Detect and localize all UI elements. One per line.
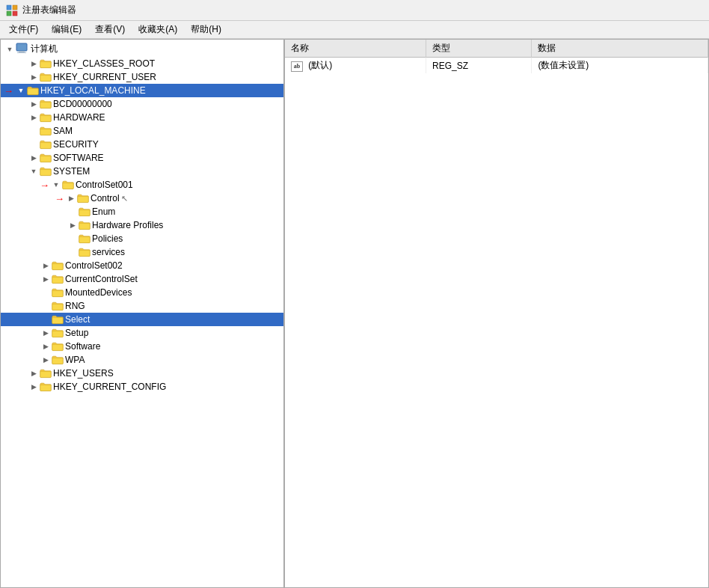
security-label: SECURITY xyxy=(53,139,99,150)
folder-icon-system xyxy=(40,166,52,177)
menu-file[interactable]: 文件(F) xyxy=(3,22,44,37)
tree-row-software-hklm[interactable]: ▶ SOFTWARE xyxy=(1,151,283,165)
toggle-computer[interactable]: ▼ xyxy=(4,43,16,55)
folder-icon-enum xyxy=(79,206,90,217)
menu-favorites[interactable]: 收藏夹(A) xyxy=(132,22,183,37)
tree-node-system: ▼ SYSTEM xyxy=(1,165,283,367)
toggle-currentcontrolset[interactable]: ▶ xyxy=(40,273,52,285)
tree-row-bcd[interactable]: ▶ BCD00000000 xyxy=(1,97,283,111)
tree-row-enum[interactable]: Enum xyxy=(1,205,283,218)
tree-row-controlset001[interactable]: → ▼ ControlSet001 xyxy=(1,178,283,192)
col-type[interactable]: 类型 xyxy=(426,40,532,58)
tree-row-wpa[interactable]: ▶ WPA xyxy=(1,353,283,367)
software2-label: Software xyxy=(65,341,100,352)
toggle-controlset002[interactable]: ▶ xyxy=(40,260,52,272)
tree-row-services[interactable]: services xyxy=(1,245,283,259)
software-hklm-label: SOFTWARE xyxy=(53,153,104,163)
table-header-row: 名称 类型 数据 xyxy=(285,40,708,58)
toggle-hardware[interactable]: ▶ xyxy=(28,111,40,123)
services-label: services xyxy=(92,247,125,257)
tree-row-security[interactable]: ▶ SECURITY xyxy=(1,138,283,151)
controlset002-label: ControlSet002 xyxy=(65,260,123,271)
svg-rect-6 xyxy=(17,52,26,53)
right-pane: 名称 类型 数据 ab (默认) REG_SZ (数值未设置) xyxy=(285,40,708,587)
toggle-controlset001[interactable]: ▼ xyxy=(50,179,62,191)
tree-row-currentcontrolset[interactable]: ▶ CurrentControlSet xyxy=(1,272,283,286)
tree-row-hardwareprofiles[interactable]: ▶ Hardware Profiles xyxy=(1,218,283,232)
hklm-label: HKEY_LOCAL_MACHINE xyxy=(40,85,146,96)
toggle-hkcu[interactable]: ▶ xyxy=(28,71,40,83)
toggle-software-hklm[interactable]: ▶ xyxy=(28,152,40,164)
svg-rect-1 xyxy=(13,5,17,10)
col-data[interactable]: 数据 xyxy=(532,40,708,58)
folder-icon-currentcontrolset xyxy=(52,274,64,284)
toggle-hardwareprofiles[interactable]: ▶ xyxy=(67,219,79,231)
svg-rect-5 xyxy=(19,51,25,52)
tree-row-hardware[interactable]: ▶ HARDWARE xyxy=(1,111,283,124)
toggle-wpa[interactable]: ▶ xyxy=(40,354,52,366)
tree-pane: ▼ 计算机 ▶ xyxy=(1,40,285,587)
tree-row-hkcc[interactable]: ▶ HKEY_CURRENT_CONFIG xyxy=(1,380,283,393)
svg-rect-3 xyxy=(13,11,17,16)
menu-edit[interactable]: 编辑(E) xyxy=(46,22,88,37)
tree-node-computer: ▼ 计算机 ▶ xyxy=(1,41,283,393)
tree-row-sam[interactable]: ▶ SAM xyxy=(1,124,283,138)
system-children: → ▼ ControlSet001 xyxy=(1,178,283,367)
system-label: SYSTEM xyxy=(53,166,90,177)
wpa-label: WPA xyxy=(65,355,85,365)
toggle-hku[interactable]: ▶ xyxy=(28,367,40,379)
computer-icon xyxy=(16,42,28,56)
tree-row-setup[interactable]: ▶ Setup xyxy=(1,326,283,340)
toggle-bcd[interactable]: ▶ xyxy=(28,98,40,110)
arrow-control: → xyxy=(55,193,64,204)
folder-icon-wpa xyxy=(52,355,64,365)
controlset001-children: → ▶ Control ↖ xyxy=(1,192,283,259)
currentcontrolset-label: CurrentControlSet xyxy=(65,274,138,284)
toggle-control[interactable]: ▶ xyxy=(65,192,77,204)
hkcc-label: HKEY_CURRENT_CONFIG xyxy=(53,382,166,392)
tree-row-control[interactable]: → ▶ Control ↖ xyxy=(1,192,283,205)
tree-row-select[interactable]: Select xyxy=(1,313,283,326)
tree-row-hkcr[interactable]: ▶ HKEY_CLASSES_ROOT xyxy=(1,57,283,70)
hardwareprofiles-label: Hardware Profiles xyxy=(92,220,163,230)
tree-row-hku[interactable]: ▶ HKEY_USERS xyxy=(1,367,283,380)
folder-icon-setup xyxy=(52,328,64,338)
toggle-setup[interactable]: ▶ xyxy=(40,327,52,339)
tree-row-computer[interactable]: ▼ 计算机 xyxy=(1,41,283,57)
rng-label: RNG xyxy=(65,301,85,311)
folder-icon-services xyxy=(79,247,90,257)
hkcr-label: HKEY_CLASSES_ROOT xyxy=(53,58,155,69)
toggle-hkcr[interactable]: ▶ xyxy=(28,58,40,70)
folder-icon-hkcu xyxy=(40,72,52,82)
app-icon xyxy=(6,4,18,16)
toggle-hklm[interactable]: ▼ xyxy=(15,85,27,97)
computer-label: 计算机 xyxy=(31,43,58,55)
tree-row-rng[interactable]: RNG xyxy=(1,299,283,313)
folder-icon-software2 xyxy=(52,341,64,352)
cursor-pointer: ↖ xyxy=(121,194,128,203)
tree-row-mounteddevices[interactable]: MountedDevices xyxy=(1,286,283,299)
ab-icon: ab xyxy=(291,61,303,72)
folder-icon-hku xyxy=(40,368,52,379)
tree-row-software2[interactable]: ▶ Software xyxy=(1,340,283,353)
hardware-label: HARDWARE xyxy=(53,112,105,123)
menu-view[interactable]: 查看(V) xyxy=(89,22,131,37)
tree-row-policies[interactable]: Policies xyxy=(1,232,283,245)
tree-row-hkcu[interactable]: ▶ HKEY_CURRENT_USER xyxy=(1,70,283,84)
col-name[interactable]: 名称 xyxy=(285,40,426,58)
svg-rect-0 xyxy=(7,5,11,10)
folder-icon-hkcr xyxy=(40,58,52,69)
folder-icon-hklm xyxy=(27,85,39,96)
mounteddevices-label: MountedDevices xyxy=(65,287,132,298)
tree-node-controlset001: → ▼ ControlSet001 xyxy=(1,178,283,259)
tree-row-hklm[interactable]: → ▼ HKEY_LOCAL_MACHINE xyxy=(1,84,283,97)
table-row[interactable]: ab (默认) REG_SZ (数值未设置) xyxy=(285,58,708,74)
toggle-system[interactable]: ▼ xyxy=(28,165,40,177)
tree-row-system[interactable]: ▼ SYSTEM xyxy=(1,165,283,178)
folder-icon-controlset002 xyxy=(52,260,64,271)
toggle-hkcc[interactable]: ▶ xyxy=(28,381,40,393)
folder-icon-controlset001 xyxy=(62,180,74,190)
toggle-software2[interactable]: ▶ xyxy=(40,340,52,352)
tree-row-controlset002[interactable]: ▶ ControlSet002 xyxy=(1,259,283,272)
menu-help[interactable]: 帮助(H) xyxy=(185,22,227,37)
